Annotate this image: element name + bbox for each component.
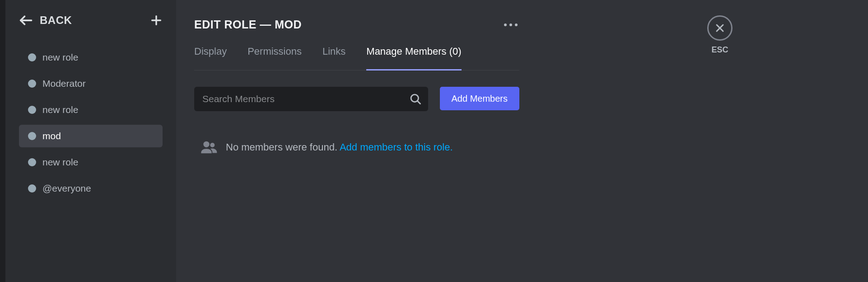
role-color-dot [28, 106, 36, 114]
back-button[interactable]: BACK [19, 14, 72, 27]
esc-label: ESC [711, 45, 728, 55]
tab-links[interactable]: Links [322, 46, 345, 70]
empty-state: No members were found. Add members to th… [194, 138, 868, 156]
role-item-new-role[interactable]: new role [19, 99, 163, 121]
add-role-icon[interactable] [150, 14, 163, 27]
svg-point-6 [210, 143, 215, 147]
empty-state-text: No members were found. [226, 141, 337, 153]
close-icon [714, 23, 725, 33]
role-color-dot [28, 158, 36, 166]
role-label: new role [42, 52, 78, 63]
more-dots-icon [509, 24, 512, 26]
more-options-button[interactable] [502, 22, 519, 28]
role-item-new-role[interactable]: new role [19, 46, 163, 69]
tabs-nav: Display Permissions Links Manage Members… [194, 46, 519, 70]
svg-point-5 [203, 141, 209, 147]
back-arrow-icon [19, 14, 33, 27]
tab-manage-members[interactable]: Manage Members (0) [366, 46, 461, 70]
empty-state-text-row: No members were found. Add members to th… [226, 141, 453, 153]
search-container [194, 87, 428, 111]
add-members-button[interactable]: Add Members [440, 87, 520, 110]
sidebar-header: BACK [19, 14, 163, 27]
role-item-everyone[interactable]: @everyone [19, 177, 163, 200]
role-color-dot [28, 184, 36, 193]
page-title: EDIT ROLE — MOD [194, 18, 302, 31]
tab-permissions[interactable]: Permissions [247, 46, 302, 70]
more-dots-icon [504, 24, 507, 26]
role-label: new role [42, 157, 78, 168]
close-button[interactable] [707, 15, 733, 41]
svg-line-4 [417, 101, 420, 103]
roles-sidebar: BACK new role Moderator new role mod new… [5, 0, 176, 282]
role-label: new role [42, 104, 78, 115]
role-list: new role Moderator new role mod new role… [19, 46, 163, 200]
role-color-dot [28, 80, 36, 88]
role-label: @everyone [42, 183, 91, 194]
role-item-moderator[interactable]: Moderator [19, 72, 163, 95]
back-label: BACK [40, 14, 72, 27]
role-label: mod [42, 131, 61, 141]
role-color-dot [28, 53, 36, 61]
role-item-mod[interactable]: mod [19, 125, 163, 147]
people-icon [200, 138, 218, 156]
close-container: ESC [707, 15, 733, 55]
search-icon [409, 93, 422, 105]
tab-display[interactable]: Display [194, 46, 227, 70]
role-color-dot [28, 132, 36, 140]
role-label: Moderator [42, 78, 86, 89]
role-item-new-role[interactable]: new role [19, 151, 163, 174]
more-dots-icon [515, 24, 518, 26]
search-row: Add Members [194, 87, 519, 111]
main-header: EDIT ROLE — MOD [194, 18, 519, 31]
app-left-edge [0, 0, 5, 282]
search-input[interactable] [194, 94, 409, 104]
add-members-link[interactable]: Add members to this role. [340, 141, 453, 153]
main-content: EDIT ROLE — MOD Display Permissions Link… [176, 0, 868, 282]
